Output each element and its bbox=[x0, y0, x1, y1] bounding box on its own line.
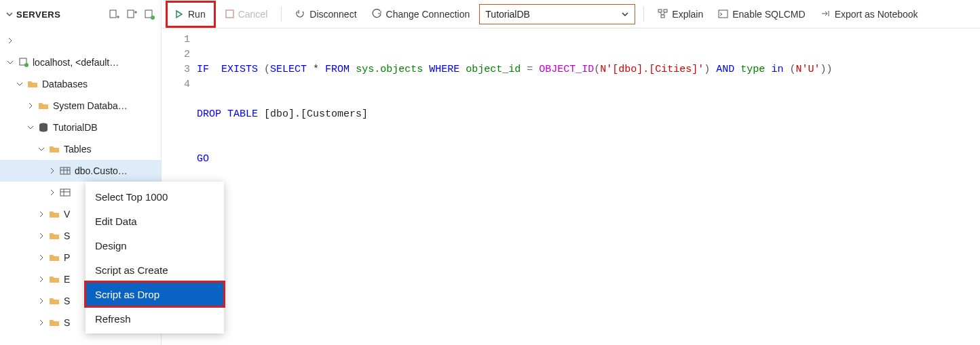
svg-rect-24 bbox=[719, 10, 728, 18]
chevron-right-icon bbox=[35, 232, 48, 239]
line-number: 3 bbox=[162, 62, 190, 77]
enable-sqlcmd-button[interactable]: Enable SQLCMD bbox=[713, 4, 810, 24]
tree-label: V bbox=[64, 209, 70, 220]
chevron-down-icon[interactable] bbox=[5, 10, 16, 18]
run-highlight: Run bbox=[166, 1, 216, 28]
menu-edit-data[interactable]: Edit Data bbox=[86, 209, 224, 233]
tree-label: E bbox=[64, 274, 70, 285]
svg-rect-18 bbox=[226, 10, 233, 18]
tree-label: localhost, <default… bbox=[33, 57, 119, 68]
chevron-right-icon bbox=[46, 189, 58, 196]
disconnect-icon bbox=[295, 9, 305, 19]
folder-icon bbox=[48, 209, 61, 220]
enable-sqlcmd-label: Enable SQLCMD bbox=[732, 9, 805, 20]
context-menu: Select Top 1000 Edit Data Design Script … bbox=[86, 182, 224, 333]
change-connection-label: Change Connection bbox=[386, 9, 470, 20]
server-icon bbox=[16, 57, 30, 68]
chevron-down-icon bbox=[24, 124, 37, 131]
menu-design[interactable]: Design bbox=[86, 233, 224, 258]
export-icon bbox=[821, 9, 831, 19]
disconnect-button[interactable]: Disconnect bbox=[290, 4, 362, 24]
line-number: 2 bbox=[162, 47, 190, 62]
folder-icon bbox=[48, 296, 61, 306]
new-group-icon[interactable] bbox=[126, 8, 138, 20]
tree-server-localhost[interactable]: localhost, <default… bbox=[0, 52, 161, 73]
menu-script-as-create[interactable]: Script as Create bbox=[86, 258, 224, 282]
chevron-right-icon bbox=[35, 211, 48, 218]
change-connection-button[interactable]: Change Connection bbox=[366, 4, 476, 24]
folder-icon bbox=[48, 317, 61, 328]
menu-script-as-drop[interactable]: Script as Drop bbox=[86, 282, 224, 306]
chevron-down-icon bbox=[35, 146, 48, 153]
run-button[interactable]: Run bbox=[169, 4, 211, 24]
play-icon bbox=[174, 9, 184, 19]
chevron-down-icon bbox=[4, 59, 16, 66]
svg-rect-0 bbox=[110, 10, 116, 18]
line-number: 4 bbox=[162, 77, 190, 92]
tree-label: dbo.Custo… bbox=[75, 165, 128, 176]
svg-rect-21 bbox=[661, 15, 664, 18]
table-icon bbox=[58, 187, 72, 198]
svg-rect-15 bbox=[60, 189, 70, 196]
chevron-right-icon bbox=[35, 298, 48, 304]
svg-rect-19 bbox=[658, 9, 662, 12]
folder-icon bbox=[26, 79, 39, 89]
disconnect-label: Disconnect bbox=[309, 9, 356, 20]
svg-line-23 bbox=[663, 12, 665, 15]
new-connection-icon[interactable] bbox=[108, 8, 120, 20]
svg-point-9 bbox=[24, 63, 29, 67]
tree-databases[interactable]: Databases bbox=[0, 73, 161, 95]
sql-editor[interactable]: 1 2 3 4 IF EXISTS (SELECT * FROM sys.obj… bbox=[162, 28, 980, 345]
tree-label: S bbox=[64, 230, 70, 241]
editor-pane: Run Cancel Disconnect Change Connection … bbox=[162, 0, 980, 345]
database-select[interactable]: TutorialDB bbox=[479, 4, 635, 24]
folder-icon bbox=[48, 230, 61, 241]
cancel-button: Cancel bbox=[220, 4, 274, 24]
stop-icon bbox=[225, 9, 234, 18]
svg-rect-3 bbox=[128, 10, 134, 18]
chevron-right-icon bbox=[4, 37, 16, 44]
svg-point-7 bbox=[151, 16, 155, 20]
chevron-right-icon bbox=[35, 276, 48, 283]
svg-rect-11 bbox=[60, 167, 70, 174]
export-notebook-label: Export as Notebook bbox=[835, 9, 918, 20]
svg-rect-20 bbox=[664, 9, 667, 12]
tree-label: S bbox=[64, 317, 70, 328]
toolbar-separator bbox=[281, 7, 282, 22]
sidebar-actions bbox=[108, 8, 155, 20]
chevron-right-icon bbox=[46, 167, 58, 174]
refresh-icon bbox=[372, 9, 382, 19]
chevron-down-icon bbox=[621, 10, 629, 18]
explain-label: Explain bbox=[672, 9, 703, 20]
menu-refresh[interactable]: Refresh bbox=[86, 306, 224, 331]
tree-label: System Databa… bbox=[53, 100, 128, 111]
database-icon bbox=[37, 122, 50, 133]
line-number: 1 bbox=[162, 33, 190, 47]
query-toolbar: Run Cancel Disconnect Change Connection … bbox=[162, 0, 980, 28]
chevron-right-icon bbox=[35, 254, 48, 261]
tree-tables[interactable]: Tables bbox=[0, 138, 161, 160]
chevron-right-icon bbox=[35, 319, 48, 326]
chevron-down-icon bbox=[14, 81, 26, 87]
active-connections-icon[interactable] bbox=[143, 8, 155, 20]
export-notebook-button[interactable]: Export as Notebook bbox=[815, 4, 924, 24]
folder-icon bbox=[48, 252, 61, 263]
cancel-label: Cancel bbox=[238, 9, 268, 20]
tree-root-expand[interactable] bbox=[0, 30, 161, 52]
database-selected: TutorialDB bbox=[485, 9, 530, 20]
tree-label: Databases bbox=[42, 79, 88, 89]
table-icon bbox=[58, 165, 72, 176]
tree-tutorialdb[interactable]: TutorialDB bbox=[0, 117, 161, 138]
menu-select-top-1000[interactable]: Select Top 1000 bbox=[86, 184, 224, 209]
code-area[interactable]: IF EXISTS (SELECT * FROM sys.objects WHE… bbox=[197, 33, 980, 345]
tree-label: Tables bbox=[64, 144, 91, 155]
sidebar-header: SERVERS bbox=[0, 0, 161, 28]
explain-icon bbox=[658, 9, 668, 19]
sqlcmd-icon bbox=[718, 9, 728, 19]
tree-label: P bbox=[64, 252, 70, 263]
tree-table-dbo-customers[interactable]: dbo.Custo… bbox=[0, 160, 161, 182]
explain-button[interactable]: Explain bbox=[652, 4, 709, 24]
tree-system-databases[interactable]: System Databa… bbox=[0, 95, 161, 117]
folder-icon bbox=[37, 100, 50, 111]
folder-icon bbox=[48, 274, 61, 285]
